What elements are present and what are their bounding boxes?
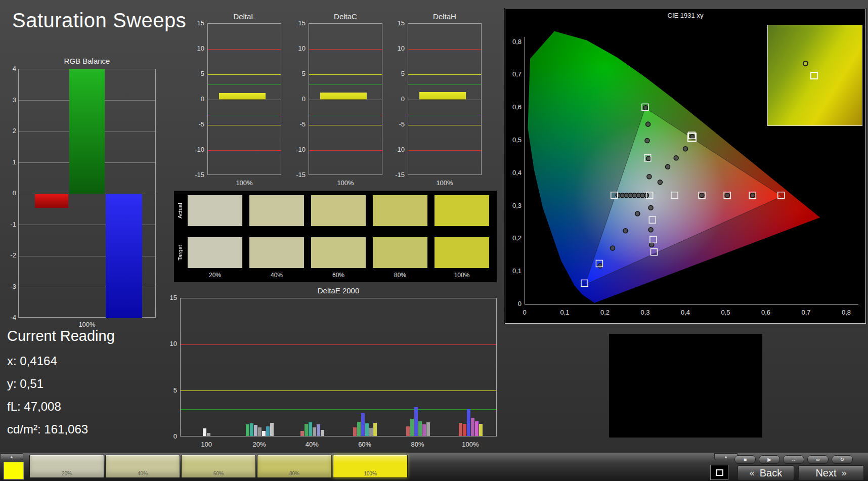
deltae-bar [270,423,274,436]
deltae-bar [463,424,466,436]
back-button[interactable]: «Back [737,465,794,480]
rgb-ytick: 3 [4,96,16,104]
next-button[interactable]: Next» [798,465,864,480]
deltae-title: DeltaE 2000 [180,286,497,295]
infinity-button[interactable]: ∞ [807,455,829,464]
swatch-col-label: 20% [187,272,243,279]
deltae-xlabel: 100% [450,441,491,448]
patch-button-80[interactable]: 80% [257,455,332,478]
rgb-ytick: -2 [4,251,16,259]
rgb-ytick: -1 [4,221,16,228]
patch-button-40[interactable]: 40% [105,455,180,478]
bottom-toolbar: ▲▲20%40%60%80%100%■▶↔∞↻«BackNext» [0,453,868,481]
play-button[interactable]: ▶ [759,455,780,464]
current-reading-panel: Current Reading x: 0,4164y: 0,51fL: 47,0… [7,328,115,441]
deltae-xlabel: 100 [186,441,227,448]
rgb-bar-red [35,194,68,208]
deltae-bar [373,423,377,436]
stop-button[interactable]: ■ [734,455,756,464]
active-patch-indicator [4,462,24,479]
deltae-bar [305,424,308,436]
delta-value-bar [219,93,266,100]
deltae-bar [414,407,418,436]
rgb-ytick: 0 [4,189,16,197]
deltae-bar [262,431,266,436]
deltae-bar [250,423,253,436]
delta-value-bar [320,93,367,100]
swatch-actual-100 [434,195,490,227]
swatch-row-label-target: Target [176,237,185,269]
patch-strip-collapse-button[interactable]: ▲ [0,453,23,460]
delta-plot [408,23,482,175]
patch-button-100[interactable]: 100% [333,455,408,478]
patch-button-20[interactable]: 20% [29,455,104,478]
cie-xtick: 0,4 [676,309,695,316]
deltae-bar [406,426,410,436]
deltae-bar [207,433,210,436]
swatch-target-20 [187,237,243,269]
deltae-xlabel: 60% [344,441,385,448]
delta-xlabel: 100% [309,179,382,187]
rgb-ytick: 1 [4,158,16,166]
measured-point-icon [803,61,808,66]
rgb-ytick: -4 [4,314,16,321]
next-chevron-icon: » [842,468,847,478]
video-preview-area [609,334,762,438]
saturation-swatch-panel: ActualTarget20%40%60%80%100% [174,191,497,282]
patch-button-60[interactable]: 60% [181,455,256,478]
step-button[interactable]: ↔ [783,455,804,464]
reading-value: y: 0,51 [7,372,115,395]
swatch-target-80 [372,237,428,269]
cie-xtick: 0,7 [797,309,815,316]
cie-xtick: 0 [515,309,534,316]
deltae-bar [475,421,479,436]
target-point-icon [810,72,818,79]
cie-xtick: 0,3 [636,309,655,316]
cie-ytick: 0,4 [505,169,522,177]
back-chevron-icon: « [750,468,755,478]
delta-xlabel: 100% [207,179,281,187]
rgb-ytick: 4 [4,65,16,72]
swatch-col-label: 80% [372,272,428,279]
rgb-bar-green [69,69,105,194]
reading-value: cd/m²: 161,063 [7,418,115,441]
deltae-bar [266,426,270,436]
rgb-ytick: -3 [4,283,16,290]
cie-ytick: 0,1 [505,267,522,275]
cie-ytick: 0,7 [505,70,522,78]
deltae-bar [467,409,470,436]
delta-xlabel: 100% [408,179,482,187]
deltae-bar [459,423,462,436]
rgb-balance-title: RGB Balance [18,57,156,65]
deltae-bar [410,419,414,436]
swatch-actual-20 [187,195,243,227]
deltae-xlabel: 20% [239,441,280,448]
pattern-window-icon [716,469,723,476]
delta-chart-deltac: DeltaC151050-5-10-15100% [287,12,388,194]
deltae-bar [357,422,361,436]
pattern-window-button[interactable] [710,465,728,480]
cie-zoom-inset [767,25,862,126]
rgb-ytick: 2 [4,127,16,135]
current-reading-title: Current Reading [7,328,115,344]
deltae-bar [418,421,422,436]
reading-value: fL: 47,008 [7,395,115,418]
deltae-xlabel: 80% [398,441,438,448]
deltae-bar [479,424,483,436]
cie-xtick: 0,5 [717,309,735,316]
cie-xtick: 0,1 [556,309,574,316]
swatch-actual-80 [372,195,428,227]
deltae-bar [313,427,316,436]
swatch-col-label: 40% [249,272,305,279]
swatch-target-100 [434,237,490,269]
refresh-button[interactable]: ↻ [832,455,853,464]
deltae-bar [422,424,426,436]
deltae-bar [353,427,357,436]
deltae-bar [471,418,474,436]
deltae-bar [365,423,369,436]
cie-ytick: 0,6 [505,103,522,111]
current-reading-values: x: 0,4164y: 0,51fL: 47,008cd/m²: 161,063 [7,349,115,441]
deltae-bar [317,424,320,436]
cie-ytick: 0,3 [505,202,522,209]
deltae-bar [246,424,249,436]
